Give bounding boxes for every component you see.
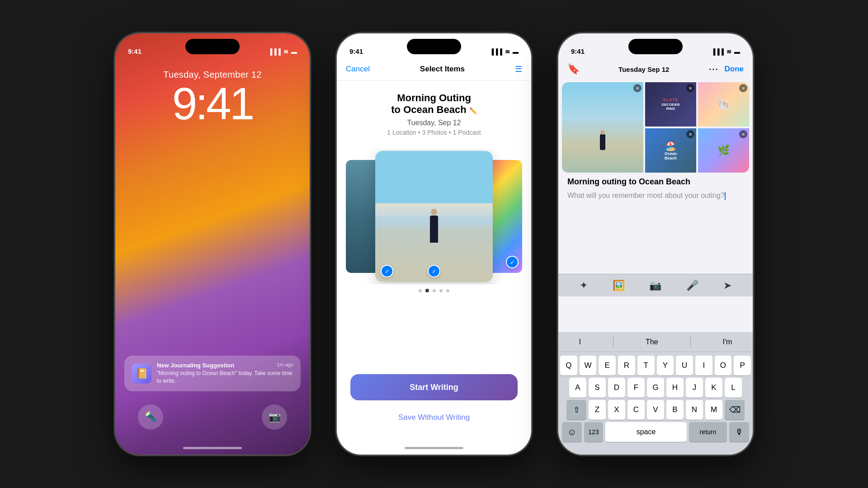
flashlight-icon: 🔦 [145,411,157,423]
more-icon[interactable]: ⋯ [708,63,718,75]
key-h[interactable]: H [666,378,684,398]
photo-main[interactable]: ✓ ✓ [375,151,493,282]
start-writing-button[interactable]: Start Writing [350,374,518,400]
list-icon[interactable]: ☰ [515,64,522,74]
divider-1 [613,337,613,347]
keyboard-toolbar: ✦ 🖼️ 📷 🎤 ➤ [558,274,753,296]
photo-grid: ✕ SLATE DECODERRING ✕ 🏖️ OceanBeach ✕ 🐚 … [562,82,749,173]
key-f[interactable]: F [627,378,645,398]
flashlight-button[interactable]: 🔦 [138,404,163,430]
dynamic-island-2 [407,39,461,54]
wifi-icon-3: ≋ [726,48,731,55]
grid-close-ocean[interactable]: ✕ [686,130,694,138]
key-k[interactable]: K [705,378,722,398]
emoji-key[interactable]: ☺ [562,422,582,442]
key-123[interactable]: 123 [584,422,603,442]
notif-title: New Journaling Suggestion [157,362,234,369]
check-badge-left[interactable]: ✓ [381,265,393,277]
autocomplete-the[interactable]: The [646,338,658,346]
grid-photo-ocean[interactable]: 🏖️ OceanBeach ✕ [645,128,696,173]
send-icon[interactable]: ➤ [723,280,731,291]
key-v[interactable]: V [647,400,664,420]
audio-icon[interactable]: 🎤 [686,280,698,291]
cancel-button[interactable]: Cancel [346,65,370,74]
dot-2-active [425,289,429,292]
delete-key[interactable]: ⌫ [725,400,745,420]
key-j[interactable]: J [686,378,703,398]
key-e[interactable]: E [599,356,616,375]
space-key[interactable]: space [605,422,687,442]
prompt-text: What will you remember most about your o… [567,192,725,199]
grid-photo-shell[interactable]: 🐚 ✕ [698,82,749,127]
journal-text-area[interactable]: Morning outing to Ocean Beach What will … [567,177,744,201]
phone-3-journal-entry: 9:41 ▐▐▐ ≋ ▬ 🔖 Tuesday Sep 12 ⋯ Done ✕ S… [558,33,753,455]
phone-2-select-items: 9:41 ▐▐▐ ≋ ▬ Cancel Select Items ☰ Morni… [337,33,531,455]
grid-close-nature[interactable]: ✕ [739,130,747,138]
key-g[interactable]: G [647,378,664,398]
signal-icon: ▐▐▐ [268,48,281,55]
key-u[interactable]: U [676,356,693,375]
notif-time: 1m ago [277,362,293,367]
autocomplete-im[interactable]: I'm [723,338,732,346]
status-time-2: 9:41 [349,47,363,55]
key-d[interactable]: D [608,378,625,398]
notification-card[interactable]: 📔 New Journaling Suggestion 1m ago "Morn… [124,356,301,391]
home-indicator-1 [183,447,242,449]
journal-meta: 1 Location • 3 Photos • 1 Podcast [350,129,518,136]
camera-toolbar-icon[interactable]: 📷 [649,280,661,291]
key-m[interactable]: M [705,400,722,420]
edit-icon[interactable]: ✏️ [469,107,477,114]
autocomplete-row: I The I'm [558,332,753,352]
key-rows: Q W E R T Y U I O P A S D F G H J K [558,352,753,446]
grid-close-beach[interactable]: ✕ [633,84,642,92]
key-a[interactable]: A [569,378,586,398]
grid-photo-nature[interactable]: 🌿 ✕ [698,128,749,173]
photo-library-icon[interactable]: 🖼️ [613,280,625,291]
key-i[interactable]: I [695,356,712,375]
status-time-3: 9:41 [571,47,585,55]
check-badge-right[interactable]: ✓ [506,256,519,268]
magic-wand-icon[interactable]: ✦ [580,280,588,291]
status-time-1: 9:41 [128,47,142,55]
key-w[interactable]: W [580,356,597,375]
key-y[interactable]: Y [657,356,674,375]
done-button[interactable]: Done [725,65,744,74]
camera-button[interactable]: 📷 [262,404,287,430]
surfer-figure-small [600,134,605,150]
key-row-2: A S D F G H J K L [560,378,751,398]
key-c[interactable]: C [627,400,645,420]
grid-close-podcast[interactable]: ✕ [686,84,694,92]
key-p[interactable]: P [734,356,751,375]
key-q[interactable]: Q [560,356,577,375]
return-key[interactable]: return [689,422,727,442]
grid-photo-podcast[interactable]: SLATE DECODERRING ✕ [645,82,696,127]
signal-icon-2: ▐▐▐ [490,48,502,55]
key-r[interactable]: R [618,356,635,375]
key-l[interactable]: L [725,378,742,398]
key-x[interactable]: X [608,400,625,420]
key-t[interactable]: T [637,356,655,375]
grid-photo-beach[interactable]: ✕ [562,82,643,173]
key-n[interactable]: N [686,400,703,420]
lock-time: 9:41 [115,81,310,126]
key-s[interactable]: S [589,378,606,398]
autocomplete-i[interactable]: I [579,338,581,346]
dictate-key[interactable]: 🎙 [729,422,749,442]
key-o[interactable]: O [715,356,732,375]
save-without-button[interactable]: Save Without Writing [337,413,531,422]
divider-2 [690,337,691,347]
key-b[interactable]: B [666,400,684,420]
key-z[interactable]: Z [589,400,606,420]
notif-body: "Morning outing to Ocean Beach" today. T… [157,370,293,385]
shift-key[interactable]: ⇧ [566,400,586,420]
home-indicator-2 [405,447,463,449]
grid-close-shell[interactable]: ✕ [739,84,747,92]
bookmark-icon[interactable]: 🔖 [567,63,580,75]
nav-bar-2: Cancel Select Items ☰ [337,58,531,80]
journal-title-text: Morning Outingto Ocean Beach [391,92,471,115]
check-badge-center[interactable]: ✓ [428,265,440,277]
entry-prompt: What will you remember most about your o… [567,190,744,201]
wifi-icon: ≋ [283,48,288,55]
key-row-1: Q W E R T Y U I O P [560,356,751,375]
photo-carousel[interactable]: ✓ ✓ ✓ [337,149,531,284]
